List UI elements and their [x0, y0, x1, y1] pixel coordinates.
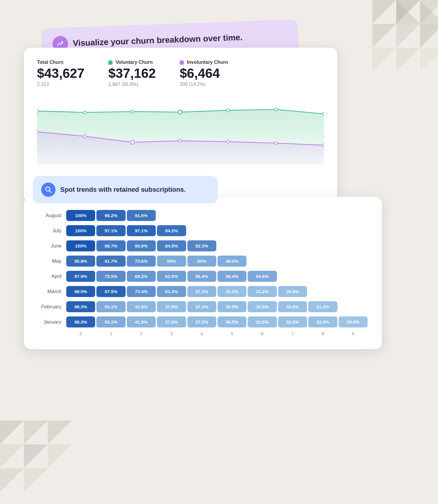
cohort-cell-value: 36.5%	[218, 316, 246, 327]
cohort-x-label: 5	[218, 329, 246, 336]
cohort-x-label: 3	[157, 329, 186, 336]
cohort-cell: 97.1%	[96, 225, 125, 236]
svg-point-28	[130, 140, 135, 144]
cohort-cell-value: 73.6%	[127, 256, 156, 267]
cohort-cell: 41.9%	[127, 316, 156, 327]
cohort-cell: 94.2%	[157, 225, 186, 236]
cohort-cell-value: 97.1%	[127, 225, 156, 236]
cohort-cell-value: 69.2%	[127, 271, 156, 282]
cohort-card: August100%96.2%91.6%July100%97.1%97.1%94…	[24, 197, 382, 349]
total-churn-metric: Total Churn $43,627 2,153	[37, 60, 84, 87]
total-churn-value: $43,627	[37, 67, 84, 80]
svg-point-32	[323, 144, 324, 147]
cohort-cell-value: 32.6%	[278, 301, 307, 312]
cohort-cell-value: 54.8%	[248, 271, 277, 282]
cohort-row: May95.8%91.7%73.6%50%50%49.2%	[38, 256, 368, 267]
cohort-row: April97.9%75.5%69.2%62.8%56.4%56.4%54.8%	[38, 271, 368, 282]
cohort-cell: 63.3%	[157, 286, 186, 297]
cohort-cell-value: 91.7%	[96, 256, 125, 267]
cohort-cell-value: 37.8%	[157, 301, 186, 312]
svg-point-31	[274, 142, 277, 145]
cohort-row-spacer	[38, 313, 368, 315]
cohort-cell: 37.2%	[187, 286, 216, 297]
cohort-cell-value: 98.3%	[66, 301, 95, 312]
cohort-x-label: 1	[96, 329, 125, 336]
involuntary-churn-label: Involuntary Churn	[180, 60, 228, 65]
cohort-row: June100%88.7%84.9%84.9%82.3%	[38, 240, 368, 251]
svg-marker-13	[0, 444, 24, 468]
svg-point-29	[179, 139, 182, 142]
cohort-cell: 37.8%	[157, 316, 186, 327]
cohort-cell-value: 99.5%	[66, 286, 95, 297]
voluntary-churn-sub: 1,847 (85.8%)	[108, 82, 156, 87]
cohort-month-label: February	[38, 301, 65, 312]
cohort-cell: 56.4%	[218, 271, 246, 282]
svg-point-24	[274, 108, 277, 111]
cohort-row-spacer	[38, 237, 368, 239]
cohort-row-spacer	[38, 222, 368, 224]
cohort-cell-value: 95.8%	[66, 256, 95, 267]
cohort-cell-value: 96.2%	[96, 210, 125, 221]
cohort-cell-value: 63.3%	[157, 286, 186, 297]
cohort-cell: 37.2%	[187, 301, 216, 312]
cohort-cell-value: 50.1%	[96, 301, 125, 312]
churn-line-chart-svg	[37, 99, 324, 165]
cohort-cell: 91.6%	[127, 210, 156, 221]
svg-point-27	[83, 135, 86, 138]
cohort-cell: 84.9%	[127, 240, 156, 251]
involuntary-churn-sub: 306 (14.2%)	[180, 82, 228, 87]
cohort-cell-value: 56.4%	[218, 271, 246, 282]
cohort-cell: 73.4%	[127, 286, 156, 297]
cohort-cell: 91.7%	[96, 256, 125, 267]
cohort-cell-value: 84.9%	[127, 240, 156, 251]
cohort-row-spacer	[38, 253, 368, 254]
cohort-cell: 32.6%	[248, 316, 277, 327]
cohort-x-label: 8	[308, 329, 337, 336]
cohort-cell: 69.2%	[127, 271, 156, 282]
retained-promo-text: Spot trends with retained subscriptions.	[60, 186, 186, 194]
retained-promo-icon-circle	[41, 183, 55, 197]
cohort-cell: 100%	[66, 225, 95, 236]
cohort-row: March99.5%97.5%73.4%63.3%37.2%31.2%31.2%…	[38, 286, 368, 297]
cohort-month-label: July	[38, 225, 65, 236]
involuntary-churn-value: $6,464	[180, 67, 228, 80]
cohort-cell: 41.9%	[127, 301, 156, 312]
cohort-cell: 95.8%	[66, 256, 95, 267]
svg-point-23	[226, 109, 229, 112]
cohort-cell-value: 32.6%	[248, 301, 277, 312]
cohort-cell-value: 50%	[157, 256, 186, 267]
svg-point-19	[37, 109, 38, 112]
cohort-cell-value: 94.2%	[157, 225, 186, 236]
cohort-cell: 97.5%	[96, 286, 125, 297]
svg-point-21	[131, 110, 134, 113]
chart-metrics: Total Churn $43,627 2,153 Voluntary Chur…	[37, 60, 324, 87]
cohort-cell-value: 50.1%	[96, 316, 125, 327]
cohort-x-label: 6	[248, 329, 277, 336]
cohort-cell-value: 88.7%	[96, 240, 125, 251]
cohort-cell: 88.7%	[96, 240, 125, 251]
total-churn-label: Total Churn	[37, 60, 84, 65]
svg-point-30	[226, 140, 229, 143]
cohort-cell: 56.4%	[187, 271, 216, 282]
cohort-cell: 99.5%	[66, 286, 95, 297]
cohort-cell: 50.1%	[96, 316, 125, 327]
cohort-cell: 98.3%	[66, 301, 95, 312]
svg-marker-15	[0, 468, 24, 492]
cohort-cell: 82.3%	[187, 240, 216, 251]
main-container: Visualize your churn breakdown over time…	[24, 24, 414, 480]
cohort-cell-value: 100%	[66, 225, 95, 236]
cohort-table: August100%96.2%91.6%July100%97.1%97.1%94…	[37, 209, 369, 337]
cohort-cell-value: 32.6%	[278, 316, 307, 327]
cohort-month-label: January	[38, 316, 65, 327]
cohort-cell-value: 56.4%	[187, 271, 216, 282]
cohort-cell: 30.9%	[278, 286, 307, 297]
cohort-month-label: March	[38, 286, 65, 297]
svg-marker-0	[372, 0, 396, 24]
cohort-x-label: 7	[278, 329, 307, 336]
cohort-cell: 36.5%	[218, 316, 246, 327]
involuntary-churn-metric: Involuntary Churn $6,464 306 (14.2%)	[180, 60, 228, 87]
voluntary-churn-dot	[108, 61, 112, 65]
svg-point-25	[323, 112, 324, 115]
cohort-cell-value: 97.1%	[96, 225, 125, 236]
cohort-cell: 32.6%	[278, 316, 307, 327]
